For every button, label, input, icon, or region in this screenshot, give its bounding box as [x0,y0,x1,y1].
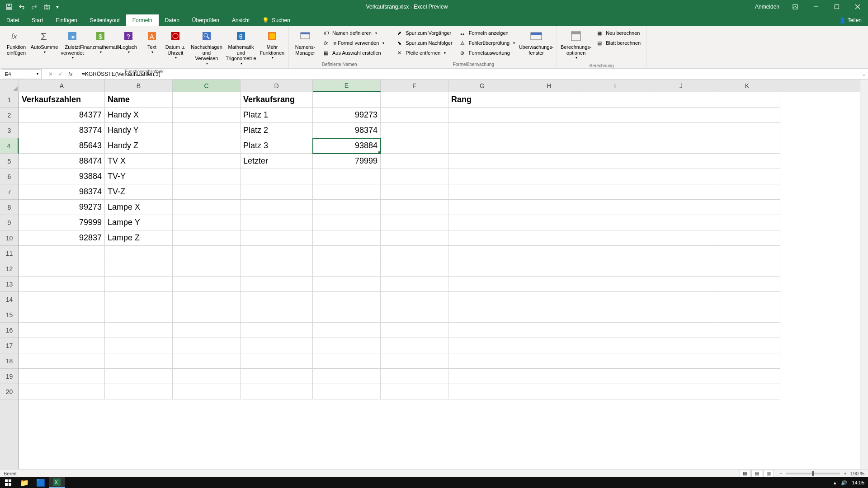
cell-C13[interactable] [173,277,241,292]
cell-F16[interactable] [381,323,448,338]
cell-I6[interactable] [582,169,648,184]
cell-A16[interactable] [19,323,105,338]
row-header-2[interactable]: 2 [0,108,19,123]
cell-K3[interactable] [714,123,780,138]
undo-icon[interactable] [16,1,27,12]
cell-B19[interactable] [105,369,173,384]
col-header-C[interactable]: C [173,80,241,92]
cell-E13[interactable] [313,277,381,292]
cell-B11[interactable] [105,246,173,261]
cell-F14[interactable] [381,292,448,307]
cell-J2[interactable] [648,108,714,123]
cell-I19[interactable] [582,369,648,384]
cell-I13[interactable] [582,277,648,292]
tab-formeln[interactable]: Formeln [126,14,159,26]
cell-I17[interactable] [582,338,648,353]
cell-I4[interactable] [582,138,648,154]
cell-G20[interactable] [448,384,516,399]
cell-H13[interactable] [516,277,582,292]
row-header-7[interactable]: 7 [0,184,19,200]
cell-J10[interactable] [648,230,714,246]
cell-B20[interactable] [105,384,173,399]
cell-G14[interactable] [448,292,516,307]
cell-C5[interactable] [173,154,241,169]
cell-H19[interactable] [516,369,582,384]
cell-G6[interactable] [448,169,516,184]
enter-formula-icon[interactable]: ✓ [56,70,65,79]
funktion-einfuegen-button[interactable]: fxFunktion einfügen [3,28,30,56]
volume-icon[interactable]: 🔊 [841,480,847,486]
cell-E20[interactable] [313,384,381,399]
cell-K20[interactable] [714,384,780,399]
cell-A2[interactable]: 84377 [19,108,105,123]
cell-A10[interactable]: 92837 [19,230,105,246]
cell-C1[interactable] [173,92,241,108]
cell-C15[interactable] [173,307,241,323]
cell-D17[interactable] [241,338,313,353]
cell-A3[interactable]: 83774 [19,123,105,138]
cell-G2[interactable] [448,108,516,123]
zoom-level[interactable]: 190 % [850,471,864,476]
neu-berechnen-button[interactable]: ▦Neu berechnen [593,28,643,38]
cell-A18[interactable] [19,353,105,369]
tab-einfuegen[interactable]: Einfügen [49,14,83,26]
cell-F17[interactable] [381,338,448,353]
row-header-1[interactable]: 1 [0,92,19,108]
cell-B8[interactable]: Lampe X [105,200,173,215]
select-all-corner[interactable] [0,80,19,92]
cell-A7[interactable]: 98374 [19,184,105,200]
finanzmathematik-button[interactable]: $Finanzmathematik▾ [87,28,114,55]
cell-J6[interactable] [648,169,714,184]
cell-B2[interactable]: Handy X [105,108,173,123]
cell-E10[interactable] [313,230,381,246]
cell-I10[interactable] [582,230,648,246]
col-header-B[interactable]: B [105,80,173,92]
cell-E2[interactable]: 99273 [313,108,381,123]
cell-J20[interactable] [648,384,714,399]
spur-vorgaenger-button[interactable]: ⬈Spur zum Vorgänger [393,28,455,38]
row-header-15[interactable]: 15 [0,307,19,323]
mathematik-button[interactable]: θMathematik und Trigonometrie▾ [224,28,258,66]
cell-E16[interactable] [313,323,381,338]
cell-G12[interactable] [448,261,516,277]
cell-H4[interactable] [516,138,582,154]
cell-E17[interactable] [313,338,381,353]
cell-H11[interactable] [516,246,582,261]
aus-auswahl-erstellen-button[interactable]: ▦Aus Auswahl erstellen [320,48,387,58]
mehr-funktionen-button[interactable]: Mehr Funktionen▾ [259,28,286,61]
row-header-19[interactable]: 19 [0,369,19,384]
app-icon[interactable]: 🟦 [33,477,49,488]
row-header-5[interactable]: 5 [0,154,19,169]
cell-H17[interactable] [516,338,582,353]
datum-uhrzeit-button[interactable]: Datum u. Uhrzeit▾ [162,28,189,61]
autosumme-button[interactable]: ΣAutoSumme▾ [31,28,58,55]
close-icon[interactable] [847,0,868,14]
cell-G19[interactable] [448,369,516,384]
cell-I20[interactable] [582,384,648,399]
signin-link[interactable]: Anmelden [750,4,785,10]
cell-G13[interactable] [448,277,516,292]
col-header-E[interactable]: E [313,80,381,92]
cell-F18[interactable] [381,353,448,369]
col-header-D[interactable]: D [241,80,313,92]
col-header-I[interactable]: I [582,80,648,92]
col-header-F[interactable]: F [381,80,448,92]
cell-C9[interactable] [173,215,241,230]
system-tray[interactable]: ▴ 🔊 14:05 [830,480,868,486]
cell-D4[interactable]: Platz 3 [241,138,313,154]
row-header-11[interactable]: 11 [0,246,19,261]
cell-F6[interactable] [381,169,448,184]
cell-I15[interactable] [582,307,648,323]
cell-K15[interactable] [714,307,780,323]
cell-B12[interactable] [105,261,173,277]
cell-K12[interactable] [714,261,780,277]
cell-C17[interactable] [173,338,241,353]
cell-I16[interactable] [582,323,648,338]
cell-F9[interactable] [381,215,448,230]
cell-E4[interactable]: 93884 [313,138,381,154]
col-header-A[interactable]: A [19,80,105,92]
cell-H10[interactable] [516,230,582,246]
cell-H2[interactable] [516,108,582,123]
cell-A11[interactable] [19,246,105,261]
namens-manager-button[interactable]: Namens-Manager [292,28,319,56]
